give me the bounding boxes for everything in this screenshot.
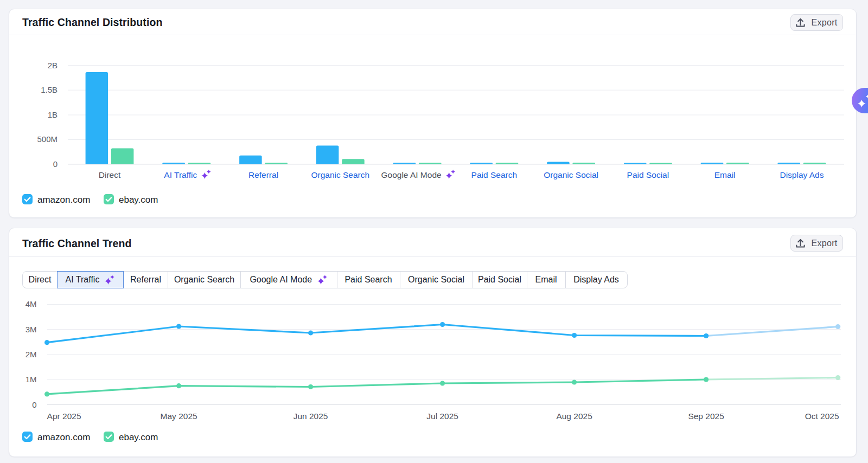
svg-text:Aug 2025: Aug 2025: [556, 411, 592, 421]
svg-text:Organic Search: Organic Search: [311, 170, 369, 179]
svg-text:Sep 2025: Sep 2025: [688, 411, 724, 421]
svg-text:Referral: Referral: [248, 170, 278, 179]
svg-text:Paid Search: Paid Search: [471, 170, 517, 179]
svg-text:500M: 500M: [37, 134, 58, 144]
svg-text:Jun 2025: Jun 2025: [293, 411, 328, 421]
svg-text:Apr 2025: Apr 2025: [47, 411, 81, 421]
svg-text:Jul 2025: Jul 2025: [426, 411, 458, 421]
svg-text:ebay.com: ebay.com: [119, 432, 158, 442]
svg-text:1B: 1B: [48, 110, 58, 119]
svg-text:Google AI Mode: Google AI Mode: [381, 170, 441, 179]
svg-text:AI Traffic: AI Traffic: [164, 170, 197, 179]
svg-text:2B: 2B: [48, 61, 58, 70]
svg-text:Display Ads: Display Ads: [780, 170, 824, 179]
svg-text:3M: 3M: [25, 325, 37, 334]
svg-text:amazon.com: amazon.com: [37, 195, 90, 205]
svg-text:0: 0: [53, 159, 58, 169]
svg-text:Email: Email: [714, 170, 736, 179]
svg-text:0: 0: [32, 400, 36, 409]
svg-text:1M: 1M: [25, 375, 37, 384]
svg-text:1.5B: 1.5B: [41, 85, 58, 94]
svg-text:Oct 2025: Oct 2025: [805, 411, 839, 421]
svg-text:ebay.com: ebay.com: [119, 195, 158, 205]
svg-text:Paid Social: Paid Social: [627, 170, 669, 179]
svg-text:Direct: Direct: [99, 170, 121, 179]
svg-text:4M: 4M: [25, 299, 37, 308]
svg-text:amazon.com: amazon.com: [37, 432, 90, 442]
svg-text:Organic Social: Organic Social: [544, 170, 598, 179]
svg-text:May 2025: May 2025: [161, 411, 197, 421]
svg-text:2M: 2M: [25, 350, 37, 359]
